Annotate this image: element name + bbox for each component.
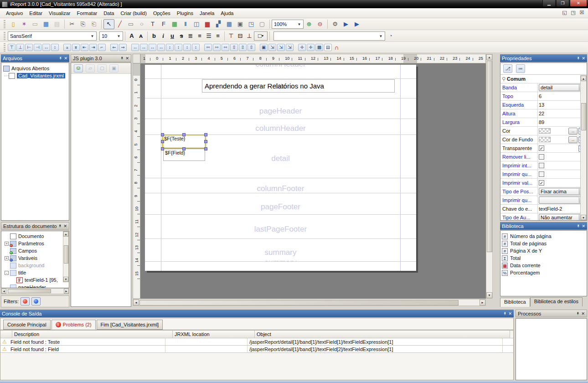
menu-janela[interactable]: Janela	[196, 9, 217, 17]
filter-variables-button[interactable]	[31, 297, 41, 305]
close-icon[interactable]: ✕	[63, 224, 67, 228]
chevron-down-icon[interactable]: ▼	[378, 33, 384, 39]
property-checkbox[interactable]	[539, 154, 544, 160]
menu-criar-build-[interactable]: Criar (build)	[117, 9, 150, 17]
same-height-min-icon[interactable]: ⇳	[248, 44, 255, 51]
align-right-icon[interactable]: ⊣	[34, 44, 41, 51]
library-item[interactable]: #Total de páginas	[500, 240, 587, 247]
fit-to-band-icon[interactable]: ▩	[315, 44, 323, 51]
report-options-icon[interactable]: ▤	[324, 44, 332, 51]
color-swatch[interactable]	[539, 128, 551, 134]
detail-textfield-selected[interactable]: $F{Teste}	[162, 135, 206, 149]
wizard-icon[interactable]: ✶	[19, 19, 30, 29]
menu-op-es[interactable]: Opções	[150, 9, 174, 17]
property-checkbox[interactable]	[539, 171, 544, 177]
expander-icon[interactable]: -	[5, 271, 9, 275]
italic-icon[interactable]: i	[159, 31, 168, 41]
tree-item-var-veis[interactable]: +Varáveis	[1, 254, 69, 262]
menu-ajuda[interactable]: Ajuda	[217, 9, 237, 17]
same-h-spacing-icon[interactable]: ↔	[131, 44, 139, 51]
calculator-icon[interactable]: ▣	[235, 19, 246, 29]
increase-font-icon[interactable]: A	[127, 31, 136, 41]
tab-biblioteca[interactable]: Biblioteca	[500, 298, 530, 307]
tree-item-textfield-1-95-[interactable]: FtextField-1 [95,	[1, 276, 69, 284]
valign-top-icon[interactable]: ⊤	[227, 31, 236, 41]
snap-magnet-icon[interactable]: ∩	[333, 44, 340, 51]
underline-icon[interactable]: u	[168, 31, 177, 41]
same-height-max-icon[interactable]: ⇳	[239, 44, 247, 51]
open-query-icon[interactable]: ◔	[385, 31, 396, 41]
close-icon[interactable]: ✕	[581, 311, 585, 316]
problem-row[interactable]: ⚠Field not found : Field/jasperReport/de…	[0, 346, 513, 353]
selection-handle[interactable]	[161, 147, 164, 150]
align-band-top-icon[interactable]: ⌅	[63, 44, 71, 51]
prop-sort-view-icon[interactable]: ≔	[516, 64, 525, 73]
ellipse-tool-icon[interactable]: ○	[136, 19, 147, 29]
pin-icon[interactable]: 🖈	[576, 56, 580, 61]
remove-h-spacing-icon[interactable]: ↔	[157, 44, 165, 51]
save-all-icon[interactable]: ▤	[52, 19, 62, 29]
selection-handle[interactable]	[182, 133, 186, 136]
estrutura-vscrollbar[interactable]: ▲ ▼	[63, 231, 69, 282]
selection-handle[interactable]	[204, 140, 207, 143]
zoom-in-icon[interactable]: ⊕	[304, 19, 315, 29]
property-select[interactable]: ▼	[539, 197, 586, 204]
tree-item-background[interactable]: background	[1, 262, 69, 269]
mdi-restore-icon[interactable]: ◱	[561, 10, 568, 16]
table-tool-icon[interactable]: ▦	[224, 19, 235, 29]
textfield-tool-icon[interactable]: F	[158, 19, 169, 29]
close-icon[interactable]: ✕	[582, 56, 585, 61]
pin-icon[interactable]: 🖈	[58, 224, 62, 228]
expander-icon[interactable]: +	[5, 242, 9, 246]
align-text-left-icon[interactable]: ≣	[186, 31, 195, 41]
column-header-object[interactable]: Object	[255, 331, 510, 338]
detail-textfield-2[interactable]: $F{Field}	[163, 149, 205, 161]
center-vertically-icon[interactable]: ↕	[51, 44, 59, 51]
static-text-tool-icon[interactable]: T	[147, 19, 158, 29]
library-item[interactable]: #Número da página	[500, 233, 587, 240]
filter-parameters-button[interactable]	[21, 297, 30, 305]
chevron-down-icon[interactable]: ▼	[296, 21, 302, 27]
menu-formatar[interactable]: Formatar	[74, 9, 101, 17]
close-icon[interactable]: ✕	[582, 224, 585, 228]
console-tab-fim-cad-visitantes-jrxml-[interactable]: Fim [Cad_Visitantes.jrxml]	[97, 320, 163, 330]
cut-icon[interactable]: ✂	[67, 19, 77, 29]
decrease-v-spacing-icon[interactable]: ↕	[183, 44, 191, 51]
zoom-out-icon[interactable]: ⊖	[315, 19, 325, 29]
align-band-right-icon[interactable]: ⇥	[89, 44, 97, 51]
valign-middle-icon[interactable]: ⊟	[236, 31, 245, 41]
pin-icon[interactable]: 🖈	[58, 56, 62, 61]
increase-v-spacing-icon[interactable]: ↕	[175, 44, 182, 51]
close-button[interactable]: ✕	[570, 0, 587, 7]
property-select[interactable]: detail▼	[539, 84, 586, 91]
prop-tree-view-icon[interactable]: ⎇	[503, 64, 512, 73]
tree-item-campos[interactable]: Campos	[1, 247, 69, 254]
run-report-datasource-icon[interactable]: ▶	[351, 19, 362, 29]
js-copy-icon[interactable]: ▢	[98, 64, 107, 72]
library-item[interactable]: %Porcentagem	[500, 269, 587, 276]
minimize-button[interactable]: ▁	[542, 0, 556, 7]
design-vscrollbar[interactable]: ▲ ▼	[486, 54, 493, 299]
estrutura-hscrollbar[interactable]: ◄ ►	[1, 288, 69, 294]
property-checkbox[interactable]: ✓	[539, 180, 544, 186]
prop-vscrollbar[interactable]: ▲ ▼	[580, 75, 587, 221]
chevron-down-icon[interactable]: ▼	[89, 33, 95, 39]
chevron-down-icon[interactable]: ▾	[262, 34, 263, 38]
rectangle-tool-icon[interactable]: ▭	[125, 19, 136, 29]
problem-row[interactable]: ⚠Field not found : Teste/jasperReport/de…	[0, 338, 513, 346]
report-page[interactable]: columnHeader pageHeadercolumnHeaderdetai…	[145, 65, 416, 271]
font-size-combo[interactable]: 10▼	[99, 31, 123, 41]
db-new-icon[interactable]: ⛁	[74, 64, 83, 72]
title-textfield[interactable]: Aprendendo a gerar Relatórios no Java	[202, 79, 395, 93]
column-header-jrxml-location[interactable]: JRXML location	[173, 331, 255, 338]
tab-biblioteca-estilos[interactable]: Biblioteca de estilos	[530, 297, 583, 306]
menu-arquivo[interactable]: Arquivo	[3, 9, 26, 17]
menu-plugins[interactable]: Plugins	[174, 9, 196, 17]
remove-v-spacing-icon[interactable]: ↕	[192, 44, 200, 51]
property-select[interactable]: Fixar acima▼	[539, 188, 586, 195]
decrease-font-icon[interactable]: ᴀ	[136, 31, 145, 41]
align-top-icon[interactable]: ⊤	[8, 44, 15, 51]
center-horizontally-icon[interactable]: ↔	[42, 44, 50, 51]
frame-tool-icon[interactable]: ◫	[191, 19, 202, 29]
tree-item-title[interactable]: -title	[1, 269, 69, 276]
